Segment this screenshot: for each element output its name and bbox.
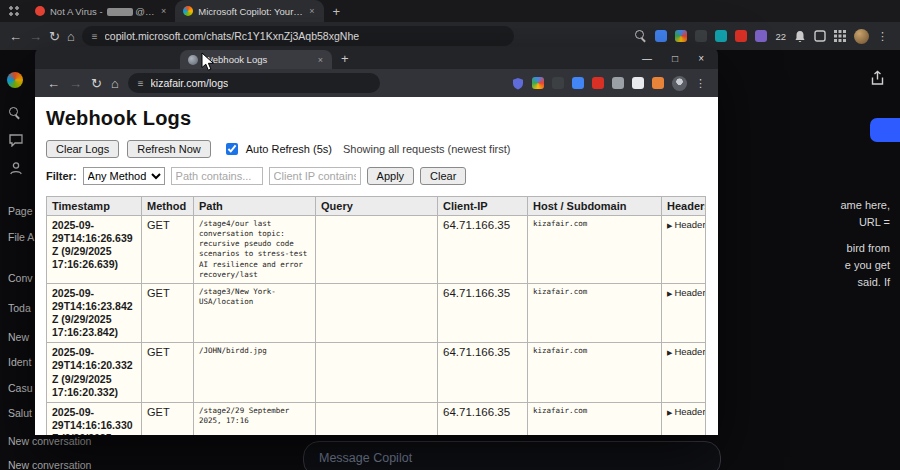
url-text: copilot.microsoft.com/chats/Rc1Y1KxnZj3A…	[105, 30, 359, 42]
close-tab-icon[interactable]: ×	[317, 55, 324, 65]
message-input[interactable]: Message Copilot	[303, 441, 721, 470]
host-cell: kizafair.com	[528, 216, 662, 284]
auto-refresh-checkbox[interactable]	[226, 143, 238, 155]
extension-icon[interactable]	[675, 30, 687, 42]
disclosure-triangle-icon: ▶	[667, 290, 672, 297]
clear-logs-button[interactable]: Clear Logs	[46, 140, 119, 158]
address-bar[interactable]: ≡ kizafair.com/logs	[128, 73, 380, 93]
back-icon[interactable]: ←	[9, 30, 22, 43]
headers-toggle-label: Headers	[674, 406, 705, 417]
redacted-text-blur	[107, 8, 133, 16]
disclosure-triangle-icon: ▶	[667, 409, 672, 416]
outer-tab-gmail[interactable]: Not A Virus - @gmail ×	[27, 0, 175, 22]
extension-icon[interactable]	[655, 30, 667, 42]
path-filter-input[interactable]	[171, 167, 263, 185]
clear-button[interactable]: Clear	[420, 167, 466, 185]
extension-icon[interactable]	[735, 30, 747, 42]
profile-avatar[interactable]	[854, 29, 869, 44]
extension-icon[interactable]	[652, 77, 664, 89]
column-header: Timestamp	[47, 197, 142, 216]
headers-cell[interactable]: ▶Headers	[662, 402, 706, 435]
home-icon[interactable]: ⌂	[111, 77, 119, 90]
minimize-icon[interactable]: —	[642, 53, 652, 64]
extension-icon[interactable]	[695, 30, 707, 42]
downloads-icon[interactable]	[814, 30, 826, 42]
client-ip-cell: 64.71.166.35	[438, 402, 528, 435]
new-tab-button[interactable]: +	[341, 51, 349, 66]
chat-text-fragment: ame here,	[840, 197, 890, 214]
method-filter-select[interactable]: Any Method	[83, 167, 165, 185]
tab-search-icon[interactable]	[9, 6, 19, 16]
extension-icon[interactable]	[632, 77, 644, 89]
refresh-now-button[interactable]: Refresh Now	[127, 140, 211, 158]
copilot-logo-icon[interactable]	[7, 72, 23, 88]
disclosure-triangle-icon: ▶	[667, 349, 672, 356]
extension-icon[interactable]	[715, 30, 727, 42]
headers-cell[interactable]: ▶Headers	[662, 343, 706, 403]
chat-icon[interactable]	[9, 134, 23, 147]
webhook-window-tabbar: Webhook Logs × + — □ ×	[35, 47, 718, 69]
extension-icon[interactable]	[612, 77, 624, 89]
log-row: 2025-09-29T14:16:16.330Z (9/29/2025 17:1…	[47, 402, 706, 435]
method-cell: GET	[142, 402, 194, 435]
site-info-icon[interactable]: ≡	[92, 31, 98, 42]
extension-icon[interactable]	[755, 30, 767, 42]
copilot-tab-favicon	[183, 6, 193, 16]
filter-label: Filter:	[46, 170, 77, 182]
apply-button[interactable]: Apply	[367, 167, 415, 185]
sidebar-search-icon[interactable]	[9, 107, 21, 119]
headers-cell[interactable]: ▶Headers	[662, 283, 706, 343]
new-tab-button[interactable]: +	[333, 4, 341, 19]
extension-icon[interactable]	[552, 77, 564, 89]
shield-icon[interactable]	[512, 77, 524, 90]
extension-icon[interactable]	[572, 77, 584, 89]
browser-menu-icon[interactable]: ⋮	[877, 30, 888, 43]
forward-icon[interactable]: →	[69, 77, 82, 90]
ip-filter-input[interactable]	[269, 167, 361, 185]
reload-icon[interactable]: ↻	[91, 77, 102, 90]
close-window-icon[interactable]: ×	[698, 53, 704, 64]
profile-avatar[interactable]	[672, 76, 687, 91]
client-ip-cell: 64.71.166.35	[438, 283, 528, 343]
new-conversation-item[interactable]: New conversation	[8, 459, 148, 470]
home-icon[interactable]: ⌂	[67, 30, 75, 43]
timestamp-cell: 2025-09-29T14:16:26.639Z (9/29/2025 17:1…	[47, 216, 142, 284]
address-bar[interactable]: ≡ copilot.microsoft.com/chats/Rc1Y1KxnZj…	[82, 26, 514, 46]
apps-grid-icon[interactable]	[834, 30, 846, 42]
browser-menu-icon[interactable]: ⋮	[695, 77, 706, 90]
reload-icon[interactable]: ↻	[49, 30, 60, 43]
method-cell: GET	[142, 216, 194, 284]
auto-refresh-label: Auto Refresh (5s)	[246, 143, 332, 155]
share-icon[interactable]	[869, 70, 886, 87]
outer-tab-copilot[interactable]: Microsoft Copilot: Your AI com... ×	[175, 0, 323, 22]
forward-icon[interactable]: →	[29, 30, 42, 43]
site-info-icon[interactable]: ≡	[138, 78, 144, 89]
maximize-icon[interactable]: □	[672, 53, 678, 64]
method-cell: GET	[142, 343, 194, 403]
query-cell	[316, 283, 438, 343]
bell-icon[interactable]	[794, 30, 806, 43]
headers-cell[interactable]: ▶Headers	[662, 216, 706, 284]
tab-title: Not A Virus - @gmail	[50, 6, 155, 17]
path-cell: /JOHN/birdd.jpg	[194, 343, 316, 403]
back-icon[interactable]: ←	[47, 77, 60, 90]
tab-title: Microsoft Copilot: Your AI com...	[198, 6, 303, 17]
method-cell: GET	[142, 283, 194, 343]
query-cell	[316, 216, 438, 284]
extension-icon[interactable]	[592, 77, 604, 89]
close-tab-icon[interactable]: ×	[160, 6, 167, 16]
screen: Not A Virus - @gmail × Microsoft Copilot…	[0, 0, 900, 470]
path-cell: /stage4/our last conversation topic: rec…	[194, 216, 316, 284]
new-conversation-item[interactable]: New conversation	[8, 435, 148, 449]
blue-action-button[interactable]	[870, 118, 900, 142]
copilot-sidebar-bottom: New conversationNew conversation	[8, 435, 148, 470]
chat-text-fragment: e you get	[840, 257, 890, 274]
outer-browser-toolbar: ← → ↻ ⌂ ≡ copilot.microsoft.com/chats/Rc…	[0, 22, 900, 50]
host-cell: kizafair.com	[528, 343, 662, 403]
toolbar-right-icons: ⋮	[512, 76, 706, 91]
search-icon[interactable]	[635, 30, 647, 42]
close-tab-icon[interactable]: ×	[308, 6, 315, 16]
person-icon[interactable]	[9, 161, 23, 175]
extension-icon[interactable]	[532, 77, 544, 89]
url-text: kizafair.com/logs	[151, 77, 229, 89]
